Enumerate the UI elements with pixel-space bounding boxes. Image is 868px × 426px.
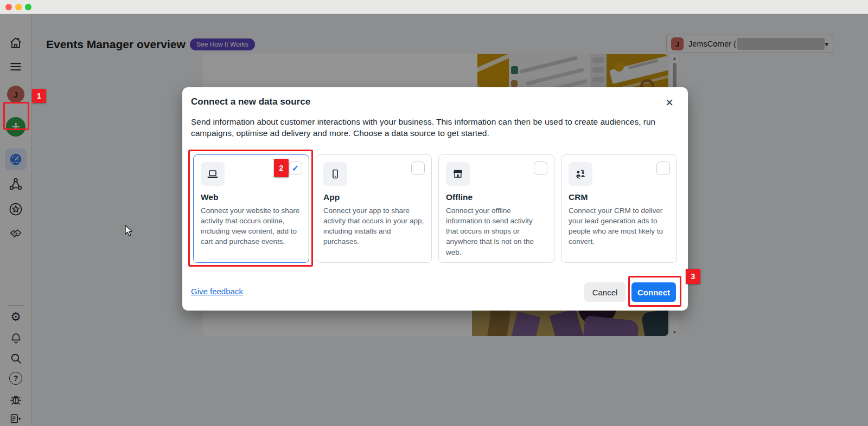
give-feedback-link[interactable]: Give feedback (191, 287, 243, 296)
window-close-button[interactable] (5, 4, 12, 10)
close-icon[interactable]: ✕ (662, 95, 677, 110)
store-icon (446, 162, 470, 186)
window-zoom-button[interactable] (25, 4, 31, 10)
mobile-icon (323, 162, 347, 186)
card-description: Connect your offline information to send… (446, 205, 547, 257)
annotation-badge-step3: 3 (686, 269, 700, 284)
window-titlebar (0, 0, 868, 14)
modal-title: Connect a new data source (191, 96, 310, 107)
annotation-badge-step1: 1 (32, 89, 46, 103)
mouse-cursor (125, 225, 135, 239)
checkbox-unchecked[interactable] (411, 162, 425, 175)
card-title: CRM (569, 192, 669, 202)
annotation-box-step3 (628, 276, 681, 307)
data-source-card-crm[interactable]: CRM Connect your CRM to deliver your lea… (561, 154, 677, 263)
screen: J + ⚙ (0, 0, 868, 426)
crm-people-icon (569, 162, 592, 186)
data-source-card-offline[interactable]: Offline Connect your offline information… (438, 154, 554, 263)
card-description: Connect your CRM to deliver your lead ge… (569, 205, 669, 247)
window-minimize-button[interactable] (15, 4, 22, 10)
data-source-card-app[interactable]: App Connect your app to share activity t… (316, 154, 432, 263)
checkbox-unchecked[interactable] (534, 162, 547, 175)
annotation-badge-step2: 2 (274, 159, 289, 177)
annotation-box-step1 (3, 102, 29, 130)
card-description: Connect your app to share activity that … (323, 205, 424, 247)
card-title: Offline (446, 192, 547, 202)
card-title: App (323, 192, 424, 202)
modal-description: Send information about customer interact… (191, 116, 675, 139)
cancel-button[interactable]: Cancel (584, 282, 626, 302)
checkbox-unchecked[interactable] (656, 162, 670, 175)
annotation-box-step2 (188, 150, 313, 267)
